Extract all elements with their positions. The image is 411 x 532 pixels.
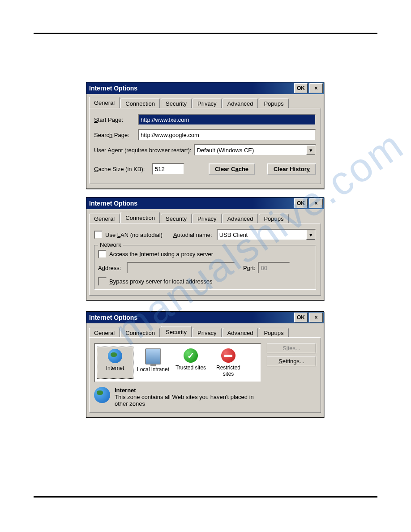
tab-security[interactable]: Security <box>161 99 192 108</box>
settings-button[interactable]: Settings... <box>267 356 316 366</box>
page-rule-bottom <box>34 496 377 498</box>
titlebar[interactable]: Internet Options OK × <box>86 312 324 323</box>
connection-panel: Use LAN (no autodial) Autodial name: USB… <box>89 223 321 296</box>
tab-general[interactable]: General <box>89 214 120 223</box>
title-text: Internet Options <box>89 200 137 207</box>
zone-description: Internet This zone contains all Web site… <box>94 387 316 407</box>
ok-button[interactable]: OK <box>294 198 308 208</box>
tab-security[interactable]: Security <box>161 326 192 337</box>
tab-security[interactable]: Security <box>161 214 192 223</box>
tab-row: General Connection Security Privacy Adva… <box>86 323 324 337</box>
tab-general[interactable]: General <box>89 97 120 108</box>
title-text: Internet Options <box>89 85 137 92</box>
tab-general[interactable]: General <box>89 328 120 338</box>
tab-advanced[interactable]: Advanced <box>223 99 258 108</box>
network-groupbox: Network Access the Internet using a prox… <box>94 245 316 290</box>
use-lan-checkbox[interactable] <box>94 231 103 239</box>
tab-advanced[interactable]: Advanced <box>223 328 258 338</box>
bypass-checkbox <box>98 277 107 286</box>
user-agent-value: Default (Windows CE) <box>197 147 254 154</box>
tab-popups[interactable]: Popups <box>259 99 288 108</box>
search-page-input[interactable]: http://www.google.com <box>138 129 316 141</box>
titlebar[interactable]: Internet Options OK × <box>86 197 324 209</box>
autodial-label: Autodial name: <box>173 232 212 238</box>
zone-label: Restricted sites <box>210 365 246 377</box>
zone-desc-text: This zone contains all Web sites you hav… <box>115 394 258 407</box>
sites-button[interactable]: Sites... <box>267 343 316 353</box>
cache-size-input[interactable]: 512 <box>152 163 184 175</box>
zone-label: Internet <box>106 365 124 371</box>
start-page-input[interactable]: http://www.lxe.com <box>138 114 316 125</box>
zone-label: Local intranet <box>137 366 169 373</box>
stop-icon <box>221 348 235 363</box>
tab-connection[interactable]: Connection <box>120 212 160 223</box>
ok-button[interactable]: OK <box>294 83 308 93</box>
ok-button[interactable]: OK <box>294 313 308 322</box>
tab-connection[interactable]: Connection <box>120 328 160 338</box>
internet-options-connection-dialog: Internet Options OK × General Connection… <box>86 197 324 300</box>
zones-list: Internet Local intranet ✓ Trusted sites … <box>94 343 261 382</box>
chevron-down-icon[interactable]: ▾ <box>306 230 315 240</box>
zone-trusted-sites[interactable]: ✓ Trusted sites <box>173 347 209 379</box>
user-agent-label: User Agent (requires browser restart): <box>94 147 191 154</box>
title-text: Internet Options <box>89 314 137 321</box>
close-button[interactable]: × <box>309 83 323 93</box>
bypass-label: Bypass proxy server for local addresses <box>109 278 212 285</box>
address-input[interactable] <box>127 262 235 274</box>
search-page-label: Search Page: <box>94 132 138 138</box>
network-legend: Network <box>98 241 123 248</box>
internet-options-security-dialog: Internet Options OK × General Connection… <box>86 311 324 418</box>
zone-internet[interactable]: Internet <box>97 347 133 379</box>
zone-restricted-sites[interactable]: Restricted sites <box>210 347 246 379</box>
tab-privacy[interactable]: Privacy <box>193 99 222 108</box>
port-input[interactable]: 80 <box>258 262 290 274</box>
zone-local-intranet[interactable]: Local intranet <box>135 347 171 379</box>
tab-privacy[interactable]: Privacy <box>193 328 222 338</box>
zone-desc-title: Internet <box>115 387 258 394</box>
tab-advanced[interactable]: Advanced <box>223 214 258 223</box>
titlebar[interactable]: Internet Options OK × <box>86 82 324 94</box>
check-icon: ✓ <box>184 348 198 363</box>
monitor-icon <box>145 348 161 365</box>
proxy-checkbox[interactable] <box>98 250 107 258</box>
cache-size-label: Cache Size (in KB): <box>94 166 152 172</box>
tab-privacy[interactable]: Privacy <box>193 214 222 223</box>
use-lan-label: Use LAN (no autodial) <box>105 232 163 238</box>
port-label: Port: <box>243 265 255 271</box>
proxy-label: Access the Internet using a proxy server <box>109 251 213 257</box>
close-button[interactable]: × <box>309 313 323 322</box>
start-page-label: Start Page: <box>94 116 138 123</box>
user-agent-select[interactable]: Default (Windows CE) ▾ <box>194 144 316 156</box>
zone-label: Trusted sites <box>176 365 206 371</box>
tab-popups[interactable]: Popups <box>259 328 288 338</box>
general-panel: Start Page: http://www.lxe.com Search Pa… <box>89 108 321 184</box>
clear-cache-button[interactable]: Clear Cache <box>209 163 255 175</box>
globe-icon <box>94 387 110 403</box>
page-rule-top <box>34 33 377 34</box>
chevron-down-icon[interactable]: ▾ <box>306 145 315 155</box>
internet-options-general-dialog: Internet Options OK × General Connection… <box>86 82 324 189</box>
close-button[interactable]: × <box>309 198 323 208</box>
tab-connection[interactable]: Connection <box>120 99 160 108</box>
security-panel: Internet Local intranet ✓ Trusted sites … <box>89 337 321 413</box>
address-label: Address: <box>98 265 127 271</box>
tab-row: General Connection Security Privacy Adva… <box>86 94 324 108</box>
tab-row: General Connection Security Privacy Adva… <box>86 209 324 223</box>
autodial-value: USB Client <box>219 232 248 238</box>
clear-history-button[interactable]: Clear History <box>267 163 316 175</box>
autodial-select[interactable]: USB Client ▾ <box>217 229 316 240</box>
globe-icon <box>108 349 122 363</box>
tab-popups[interactable]: Popups <box>259 214 288 223</box>
